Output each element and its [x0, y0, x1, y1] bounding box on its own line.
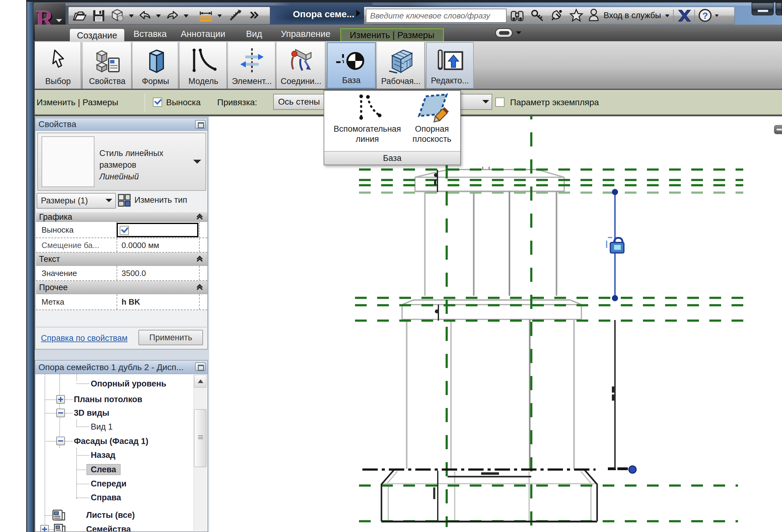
- svg-text:Вход в службы: Вход в службы: [604, 11, 661, 20]
- svg-text:?: ?: [702, 10, 708, 21]
